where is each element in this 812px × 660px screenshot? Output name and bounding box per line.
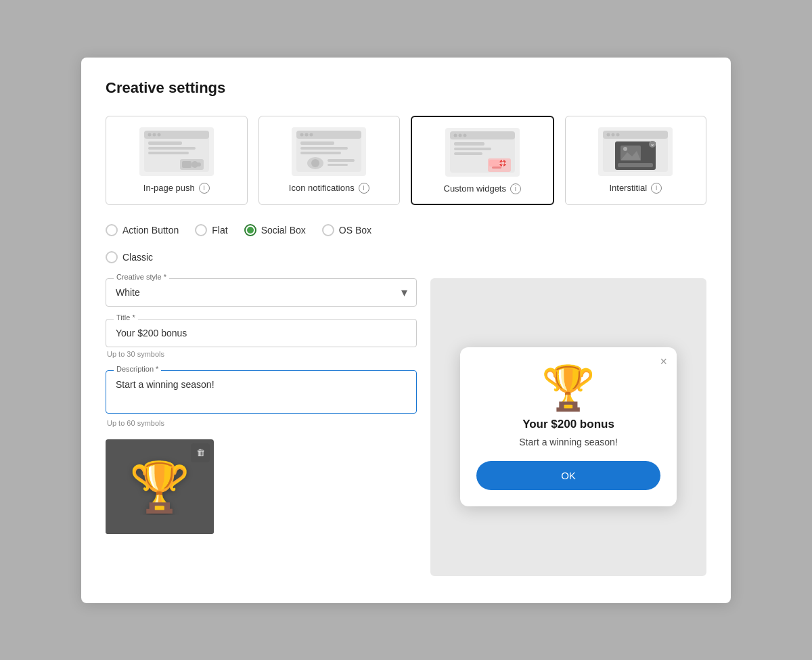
radio-circle-flat [195, 224, 207, 236]
description-textarea[interactable]: Start a winning season! [106, 370, 417, 414]
svg-rect-18 [300, 147, 348, 150]
delete-icon: 🗑 [196, 447, 205, 458]
title-field: Title * Up to 30 symbols [106, 319, 417, 358]
svg-text:×: × [651, 142, 654, 148]
inpage-info-icon[interactable]: i [199, 183, 210, 194]
svg-rect-38 [502, 165, 503, 167]
form-section: Creative style * White Dark Blue ▾ Title… [106, 278, 417, 576]
custom-info-icon[interactable]: i [510, 183, 521, 194]
svg-rect-34 [492, 167, 501, 169]
radio-group-row2: Classic [106, 251, 706, 263]
preview-popup: × 🏆 Your $200 bonus Start a winning seas… [460, 347, 677, 506]
title-label: Title * [114, 313, 138, 322]
interstitial-icon: × [598, 127, 673, 176]
svg-point-44 [612, 133, 615, 137]
svg-rect-9 [182, 161, 191, 168]
svg-rect-23 [328, 164, 348, 166]
svg-rect-37 [502, 160, 503, 161]
popup-ok-button[interactable]: OK [476, 461, 660, 490]
svg-rect-17 [300, 141, 334, 145]
svg-rect-29 [454, 142, 484, 146]
svg-rect-6 [148, 147, 196, 150]
title-input[interactable] [106, 319, 417, 347]
svg-point-11 [197, 162, 201, 167]
radio-label-flat: Flat [212, 225, 227, 236]
radio-circle-os [322, 224, 334, 236]
svg-rect-31 [454, 152, 482, 155]
svg-point-16 [310, 133, 313, 137]
radio-label-social: Social Box [261, 225, 306, 236]
custom-widget-icon [445, 128, 520, 177]
svg-point-21 [311, 159, 319, 167]
radio-label-action: Action Button [122, 225, 179, 236]
radio-group-row1: Action Button Flat Social Box OS Box [106, 224, 706, 236]
svg-point-45 [616, 133, 620, 137]
radio-social-box[interactable]: Social Box [244, 224, 306, 236]
radio-label-os: OS Box [339, 225, 371, 236]
svg-point-28 [463, 134, 466, 137]
custom-label-row: Custom widgets i [444, 183, 521, 194]
ad-type-cards: In-page push i [106, 116, 706, 205]
popup-title: Your $200 bonus [522, 418, 614, 431]
svg-point-27 [458, 134, 461, 137]
content-area: Creative style * White Dark Blue ▾ Title… [106, 278, 706, 576]
svg-point-4 [157, 133, 160, 137]
radio-os-box[interactable]: OS Box [322, 224, 371, 236]
svg-rect-40 [505, 162, 506, 164]
svg-point-36 [501, 162, 504, 165]
radio-flat[interactable]: Flat [195, 224, 227, 236]
popup-close-button[interactable]: × [660, 355, 667, 368]
creative-style-select[interactable]: White Dark Blue [106, 278, 417, 307]
inpage-label-row: In-page push i [143, 183, 210, 194]
ad-type-inpage[interactable]: In-page push i [106, 116, 248, 205]
radio-circle-social [244, 224, 256, 236]
icon-notif-info-icon[interactable]: i [359, 183, 369, 194]
icon-notif-icon [292, 127, 366, 176]
interstitial-label: Interstitial [609, 183, 647, 193]
interstitial-label-row: Interstitial i [609, 183, 662, 194]
radio-circle-action [106, 224, 118, 236]
trophy-image: 🏆 [129, 462, 190, 511]
delete-image-button[interactable]: 🗑 [191, 443, 210, 462]
svg-rect-39 [499, 162, 501, 164]
svg-point-15 [305, 133, 309, 137]
radio-label-classic: Classic [122, 252, 153, 263]
svg-rect-5 [148, 141, 182, 145]
image-bottom-bar [106, 515, 214, 534]
svg-point-26 [453, 134, 457, 137]
custom-label: Custom widgets [444, 183, 506, 194]
preview-section: × 🏆 Your $200 bonus Start a winning seas… [430, 278, 706, 576]
creative-style-field: Creative style * White Dark Blue ▾ [106, 278, 417, 307]
svg-point-51 [623, 147, 627, 151]
interstitial-info-icon[interactable]: i [651, 183, 662, 194]
icon-notif-label-row: Icon notifications i [289, 183, 369, 194]
radio-action-button[interactable]: Action Button [106, 224, 179, 236]
radio-circle-classic [106, 251, 118, 263]
svg-rect-52 [618, 163, 653, 167]
svg-point-2 [148, 133, 151, 137]
svg-point-43 [607, 133, 610, 137]
ad-type-icon[interactable]: Icon notifications i [258, 116, 401, 205]
creative-style-label: Creative style * [114, 273, 169, 281]
svg-point-3 [152, 133, 156, 137]
svg-rect-22 [328, 159, 355, 162]
popup-trophy-icon: 🏆 [541, 366, 595, 410]
inpage-icon [139, 127, 214, 176]
creative-settings-card: Creative settings [81, 58, 731, 603]
ad-type-interstitial[interactable]: × Interstitial i [565, 116, 707, 205]
svg-rect-7 [148, 152, 189, 154]
popup-description: Start a winning season! [519, 437, 618, 447]
description-label: Description * [114, 365, 161, 373]
radio-classic[interactable]: Classic [106, 251, 153, 263]
ad-type-custom[interactable]: Custom widgets i [411, 116, 554, 205]
page-title: Creative settings [106, 79, 706, 97]
description-field: Description * Start a winning season! Up… [106, 370, 417, 427]
image-upload-area[interactable]: 🏆 🗑 [106, 439, 214, 534]
svg-rect-30 [454, 148, 491, 150]
inpage-label: In-page push [143, 183, 195, 193]
description-hint: Up to 60 symbols [106, 419, 417, 427]
svg-point-14 [300, 133, 304, 137]
creative-style-select-wrapper: White Dark Blue ▾ [106, 278, 417, 307]
icon-notif-label: Icon notifications [289, 183, 355, 193]
svg-rect-19 [300, 152, 341, 154]
